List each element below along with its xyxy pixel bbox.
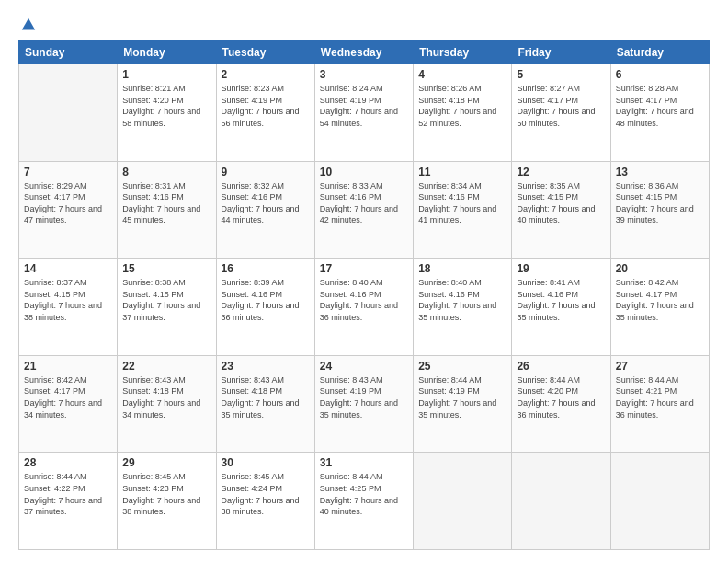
calendar-cell: 5Sunrise: 8:27 AMSunset: 4:17 PMDaylight… (512, 64, 610, 162)
calendar-cell (512, 453, 610, 550)
day-info: Sunrise: 8:26 AMSunset: 4:18 PMDaylight:… (418, 83, 506, 129)
calendar-cell (610, 453, 709, 550)
day-info: Sunrise: 8:42 AMSunset: 4:17 PMDaylight:… (24, 374, 112, 420)
weekday-header: Thursday (414, 41, 512, 64)
day-info: Sunrise: 8:45 AMSunset: 4:24 PMDaylight:… (222, 471, 310, 517)
calendar-cell: 6Sunrise: 8:28 AMSunset: 4:17 PMDaylight… (610, 64, 709, 162)
calendar-cell: 28Sunrise: 8:44 AMSunset: 4:22 PMDayligh… (19, 453, 118, 550)
day-number: 4 (418, 68, 506, 81)
day-number: 6 (616, 68, 704, 81)
calendar-header-row: SundayMondayTuesdayWednesdayThursdayFrid… (19, 41, 710, 64)
calendar-cell: 8Sunrise: 8:31 AMSunset: 4:16 PMDaylight… (118, 161, 216, 259)
calendar-cell: 7Sunrise: 8:29 AMSunset: 4:17 PMDaylight… (19, 161, 118, 259)
calendar-cell: 29Sunrise: 8:45 AMSunset: 4:23 PMDayligh… (118, 453, 216, 550)
day-number: 14 (24, 262, 112, 275)
calendar-cell: 23Sunrise: 8:43 AMSunset: 4:18 PMDayligh… (216, 355, 314, 453)
day-info: Sunrise: 8:41 AMSunset: 4:16 PMDaylight:… (517, 277, 605, 323)
day-info: Sunrise: 8:44 AMSunset: 4:25 PMDaylight:… (320, 471, 408, 517)
day-number: 16 (222, 262, 310, 275)
day-number: 18 (418, 262, 506, 275)
calendar-cell: 12Sunrise: 8:35 AMSunset: 4:15 PMDayligh… (512, 161, 610, 259)
day-number: 23 (222, 360, 310, 373)
day-info: Sunrise: 8:23 AMSunset: 4:19 PMDaylight:… (222, 83, 310, 129)
day-info: Sunrise: 8:43 AMSunset: 4:18 PMDaylight:… (222, 374, 310, 420)
day-number: 21 (24, 360, 112, 373)
day-info: Sunrise: 8:39 AMSunset: 4:16 PMDaylight:… (222, 277, 310, 323)
logo (18, 17, 37, 33)
weekday-header: Saturday (610, 41, 709, 64)
svg-marker-0 (22, 18, 35, 30)
calendar-cell: 19Sunrise: 8:41 AMSunset: 4:16 PMDayligh… (512, 259, 610, 356)
calendar-cell: 24Sunrise: 8:43 AMSunset: 4:19 PMDayligh… (314, 355, 413, 453)
day-number: 22 (122, 360, 210, 373)
day-info: Sunrise: 8:29 AMSunset: 4:17 PMDaylight:… (24, 180, 112, 226)
day-number: 5 (517, 68, 605, 81)
day-info: Sunrise: 8:45 AMSunset: 4:23 PMDaylight:… (122, 471, 210, 517)
calendar-cell: 11Sunrise: 8:34 AMSunset: 4:16 PMDayligh… (414, 161, 512, 259)
day-info: Sunrise: 8:36 AMSunset: 4:15 PMDaylight:… (616, 180, 704, 226)
calendar-week-row: 7Sunrise: 8:29 AMSunset: 4:17 PMDaylight… (19, 161, 710, 259)
weekday-header: Wednesday (314, 41, 413, 64)
calendar-cell: 13Sunrise: 8:36 AMSunset: 4:15 PMDayligh… (610, 161, 709, 259)
day-info: Sunrise: 8:44 AMSunset: 4:19 PMDaylight:… (418, 374, 506, 420)
day-info: Sunrise: 8:24 AMSunset: 4:19 PMDaylight:… (320, 83, 408, 129)
day-number: 26 (517, 360, 605, 373)
day-info: Sunrise: 8:37 AMSunset: 4:15 PMDaylight:… (24, 277, 112, 323)
day-number: 29 (122, 456, 210, 469)
calendar-cell: 15Sunrise: 8:38 AMSunset: 4:15 PMDayligh… (118, 259, 216, 356)
calendar-cell: 17Sunrise: 8:40 AMSunset: 4:16 PMDayligh… (314, 259, 413, 356)
day-number: 31 (320, 456, 408, 469)
day-number: 20 (616, 262, 704, 275)
calendar-cell: 26Sunrise: 8:44 AMSunset: 4:20 PMDayligh… (512, 355, 610, 453)
day-number: 1 (122, 68, 210, 81)
calendar-cell: 16Sunrise: 8:39 AMSunset: 4:16 PMDayligh… (216, 259, 314, 356)
day-number: 12 (517, 166, 605, 178)
calendar-week-row: 14Sunrise: 8:37 AMSunset: 4:15 PMDayligh… (19, 259, 710, 356)
day-info: Sunrise: 8:31 AMSunset: 4:16 PMDaylight:… (122, 180, 210, 226)
day-number: 24 (320, 360, 408, 373)
calendar-cell: 3Sunrise: 8:24 AMSunset: 4:19 PMDaylight… (314, 64, 413, 162)
day-number: 17 (320, 262, 408, 275)
calendar-cell: 20Sunrise: 8:42 AMSunset: 4:17 PMDayligh… (610, 259, 709, 356)
calendar-cell: 2Sunrise: 8:23 AMSunset: 4:19 PMDaylight… (216, 64, 314, 162)
calendar-cell: 9Sunrise: 8:32 AMSunset: 4:16 PMDaylight… (216, 161, 314, 259)
weekday-header: Sunday (19, 41, 118, 64)
page: SundayMondayTuesdayWednesdayThursdayFrid… (0, 0, 728, 563)
calendar-cell: 18Sunrise: 8:40 AMSunset: 4:16 PMDayligh… (414, 259, 512, 356)
calendar-cell: 27Sunrise: 8:44 AMSunset: 4:21 PMDayligh… (610, 355, 709, 453)
day-info: Sunrise: 8:44 AMSunset: 4:22 PMDaylight:… (24, 471, 112, 517)
day-info: Sunrise: 8:40 AMSunset: 4:16 PMDaylight:… (320, 277, 408, 323)
weekday-header: Tuesday (216, 41, 314, 64)
calendar-cell: 1Sunrise: 8:21 AMSunset: 4:20 PMDaylight… (118, 64, 216, 162)
day-number: 8 (122, 166, 210, 178)
calendar-cell: 31Sunrise: 8:44 AMSunset: 4:25 PMDayligh… (314, 453, 413, 550)
day-info: Sunrise: 8:43 AMSunset: 4:19 PMDaylight:… (320, 374, 408, 420)
day-info: Sunrise: 8:21 AMSunset: 4:20 PMDaylight:… (122, 83, 210, 129)
calendar-week-row: 28Sunrise: 8:44 AMSunset: 4:22 PMDayligh… (19, 453, 710, 550)
day-number: 28 (24, 456, 112, 469)
day-number: 25 (418, 360, 506, 373)
day-number: 13 (616, 166, 704, 178)
day-info: Sunrise: 8:33 AMSunset: 4:16 PMDaylight:… (320, 180, 408, 226)
day-number: 15 (122, 262, 210, 275)
weekday-header: Friday (512, 41, 610, 64)
calendar-cell (414, 453, 512, 550)
calendar-cell: 21Sunrise: 8:42 AMSunset: 4:17 PMDayligh… (19, 355, 118, 453)
day-info: Sunrise: 8:44 AMSunset: 4:20 PMDaylight:… (517, 374, 605, 420)
day-number: 27 (616, 360, 704, 373)
calendar-cell: 10Sunrise: 8:33 AMSunset: 4:16 PMDayligh… (314, 161, 413, 259)
calendar-cell: 4Sunrise: 8:26 AMSunset: 4:18 PMDaylight… (414, 64, 512, 162)
calendar-week-row: 21Sunrise: 8:42 AMSunset: 4:17 PMDayligh… (19, 355, 710, 453)
calendar-cell: 14Sunrise: 8:37 AMSunset: 4:15 PMDayligh… (19, 259, 118, 356)
calendar-cell: 30Sunrise: 8:45 AMSunset: 4:24 PMDayligh… (216, 453, 314, 550)
day-info: Sunrise: 8:42 AMSunset: 4:17 PMDaylight:… (616, 277, 704, 323)
day-number: 10 (320, 166, 408, 178)
calendar-cell (19, 64, 118, 162)
calendar-week-row: 1Sunrise: 8:21 AMSunset: 4:20 PMDaylight… (19, 64, 710, 162)
day-number: 30 (222, 456, 310, 469)
calendar-cell: 25Sunrise: 8:44 AMSunset: 4:19 PMDayligh… (414, 355, 512, 453)
day-info: Sunrise: 8:32 AMSunset: 4:16 PMDaylight:… (222, 180, 310, 226)
day-number: 9 (222, 166, 310, 178)
day-number: 3 (320, 68, 408, 81)
weekday-header: Monday (118, 41, 216, 64)
